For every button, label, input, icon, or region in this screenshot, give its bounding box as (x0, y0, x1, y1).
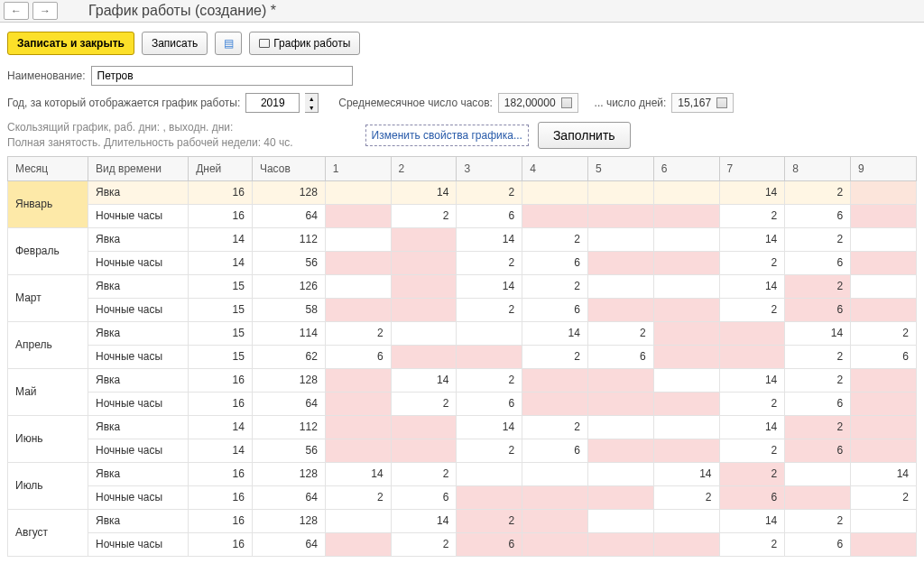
hours-cell[interactable]: 128 (252, 509, 325, 532)
day-cell[interactable] (587, 415, 653, 439)
month-cell[interactable]: Март (8, 274, 88, 321)
day-cell[interactable] (522, 509, 588, 532)
days-cell[interactable]: 15 (189, 298, 253, 321)
days-cell[interactable]: 14 (189, 251, 253, 274)
day-cell[interactable] (457, 485, 522, 509)
save-button[interactable]: Записать (142, 32, 208, 55)
day-cell[interactable]: 2 (522, 415, 588, 439)
month-cell[interactable]: Май (8, 368, 88, 415)
day-cell[interactable]: 2 (457, 180, 522, 204)
time-type-cell[interactable]: Явка (88, 321, 188, 345)
day-cell[interactable] (653, 509, 719, 532)
col-day-4[interactable]: 4 (522, 156, 588, 180)
day-cell[interactable] (653, 227, 719, 251)
year-input[interactable] (245, 93, 300, 113)
time-type-cell[interactable]: Ночные часы (88, 298, 188, 321)
day-cell[interactable]: 2 (785, 274, 851, 298)
calc-icon[interactable] (716, 97, 727, 108)
day-cell[interactable] (391, 251, 457, 274)
day-cell[interactable]: 2 (719, 439, 785, 462)
hours-cell[interactable]: 56 (252, 439, 325, 462)
day-cell[interactable]: 2 (391, 462, 457, 485)
day-cell[interactable] (851, 392, 917, 415)
table-row[interactable]: Ночные часы14562626 (8, 439, 917, 462)
day-cell[interactable] (522, 462, 588, 485)
day-cell[interactable] (653, 204, 719, 227)
year-up-button[interactable]: ▲ (305, 94, 318, 103)
hours-cell[interactable]: 56 (252, 251, 325, 274)
day-cell[interactable]: 6 (522, 439, 588, 462)
day-cell[interactable]: 2 (325, 321, 391, 345)
day-cell[interactable]: 6 (785, 532, 851, 556)
day-cell[interactable]: 2 (522, 227, 588, 251)
day-cell[interactable] (587, 227, 653, 251)
day-cell[interactable]: 14 (719, 509, 785, 532)
month-cell[interactable]: Январь (8, 180, 88, 227)
day-cell[interactable]: 2 (719, 462, 785, 485)
day-cell[interactable]: 2 (522, 274, 588, 298)
day-cell[interactable]: 2 (457, 298, 522, 321)
day-cell[interactable] (785, 485, 851, 509)
day-cell[interactable] (325, 415, 391, 439)
day-cell[interactable] (522, 485, 588, 509)
day-cell[interactable] (587, 462, 653, 485)
day-cell[interactable] (325, 204, 391, 227)
print-schedule-button[interactable]: График работы (249, 32, 360, 55)
col-day-5[interactable]: 5 (587, 156, 653, 180)
day-cell[interactable]: 2 (457, 509, 522, 532)
time-type-cell[interactable]: Ночные часы (88, 485, 188, 509)
time-type-cell[interactable]: Ночные часы (88, 251, 188, 274)
time-type-cell[interactable]: Явка (88, 274, 188, 298)
day-cell[interactable] (653, 368, 719, 392)
day-cell[interactable] (653, 274, 719, 298)
day-cell[interactable]: 2 (785, 415, 851, 439)
day-cell[interactable] (851, 274, 917, 298)
day-cell[interactable] (653, 415, 719, 439)
day-cell[interactable]: 2 (719, 298, 785, 321)
days-cell[interactable]: 16 (189, 485, 253, 509)
time-type-cell[interactable]: Явка (88, 415, 188, 439)
day-cell[interactable] (587, 298, 653, 321)
month-cell[interactable]: Февраль (8, 227, 88, 274)
day-cell[interactable]: 2 (522, 345, 588, 368)
table-row[interactable]: ФевральЯвка14112142142 (8, 227, 917, 251)
table-row[interactable]: АвгустЯвка16128142142 (8, 509, 917, 532)
table-row[interactable]: ЯнварьЯвка16128142142 (8, 180, 917, 204)
table-row[interactable]: ИюльЯвка1612814214214 (8, 462, 917, 485)
nav-forward-button[interactable]: → (32, 2, 58, 20)
save-and-close-button[interactable]: Записать и закрыть (7, 32, 134, 55)
day-cell[interactable]: 6 (457, 204, 522, 227)
time-type-cell[interactable]: Ночные часы (88, 532, 188, 556)
day-cell[interactable]: 14 (719, 415, 785, 439)
day-cell[interactable] (851, 509, 917, 532)
day-cell[interactable] (522, 204, 588, 227)
col-day-7[interactable]: 7 (719, 156, 785, 180)
day-cell[interactable]: 2 (391, 532, 457, 556)
day-cell[interactable]: 14 (719, 274, 785, 298)
day-cell[interactable]: 2 (719, 204, 785, 227)
table-row[interactable]: АпрельЯвка151142142142 (8, 321, 917, 345)
hours-cell[interactable]: 112 (252, 227, 325, 251)
table-row[interactable]: Ночные часы166426262 (8, 485, 917, 509)
day-cell[interactable] (391, 439, 457, 462)
hours-cell[interactable]: 58 (252, 298, 325, 321)
day-cell[interactable] (653, 439, 719, 462)
hours-cell[interactable]: 64 (252, 485, 325, 509)
day-cell[interactable] (522, 368, 588, 392)
day-cell[interactable]: 14 (457, 274, 522, 298)
day-cell[interactable] (325, 392, 391, 415)
days-cell[interactable]: 16 (189, 532, 253, 556)
days-cell[interactable]: 16 (189, 462, 253, 485)
day-cell[interactable]: 6 (457, 532, 522, 556)
day-cell[interactable] (653, 345, 719, 368)
hours-cell[interactable]: 64 (252, 392, 325, 415)
hours-cell[interactable]: 128 (252, 462, 325, 485)
day-cell[interactable]: 6 (785, 204, 851, 227)
day-cell[interactable]: 14 (719, 227, 785, 251)
day-cell[interactable] (719, 345, 785, 368)
month-cell[interactable]: Июль (8, 462, 88, 509)
time-type-cell[interactable]: Ночные часы (88, 439, 188, 462)
day-cell[interactable]: 2 (719, 532, 785, 556)
hours-cell[interactable]: 126 (252, 274, 325, 298)
day-cell[interactable] (851, 415, 917, 439)
